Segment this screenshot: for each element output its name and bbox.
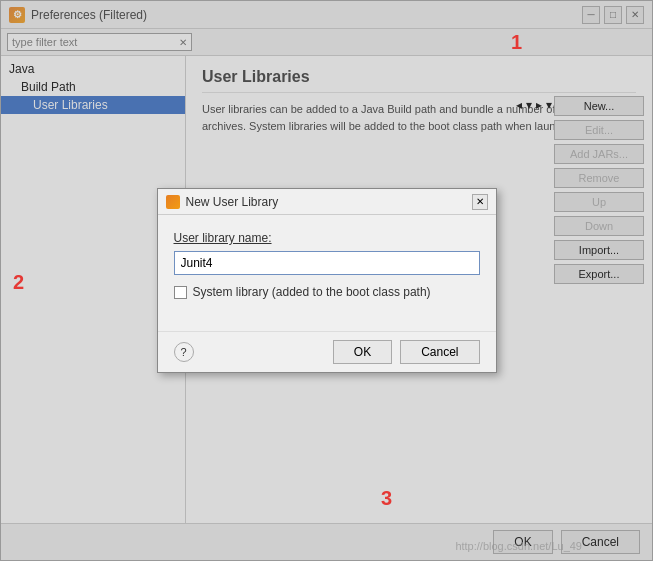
system-library-checkbox[interactable]	[174, 286, 187, 299]
system-library-label: System library (added to the boot class …	[193, 285, 431, 299]
modal-footer: ? OK Cancel	[158, 331, 496, 372]
system-library-row: System library (added to the boot class …	[174, 285, 480, 299]
modal-title: New User Library	[186, 195, 279, 209]
library-name-input[interactable]	[174, 251, 480, 275]
preferences-window: ⚙ Preferences (Filtered) ─ □ ✕ ✕ Java	[0, 0, 653, 561]
modal-overlay: New User Library ✕ User library name: Sy…	[1, 1, 652, 560]
modal-ok-button[interactable]: OK	[333, 340, 392, 364]
modal-eclipse-icon	[166, 195, 180, 209]
modal-cancel-button[interactable]: Cancel	[400, 340, 479, 364]
modal-body: User library name: System library (added…	[158, 215, 496, 331]
new-user-library-dialog: New User Library ✕ User library name: Sy…	[157, 188, 497, 373]
modal-close-button[interactable]: ✕	[472, 194, 488, 210]
modal-library-name-label: User library name:	[174, 231, 480, 245]
modal-title-bar: New User Library ✕	[158, 189, 496, 215]
help-button[interactable]: ?	[174, 342, 194, 362]
modal-title-left: New User Library	[166, 195, 279, 209]
